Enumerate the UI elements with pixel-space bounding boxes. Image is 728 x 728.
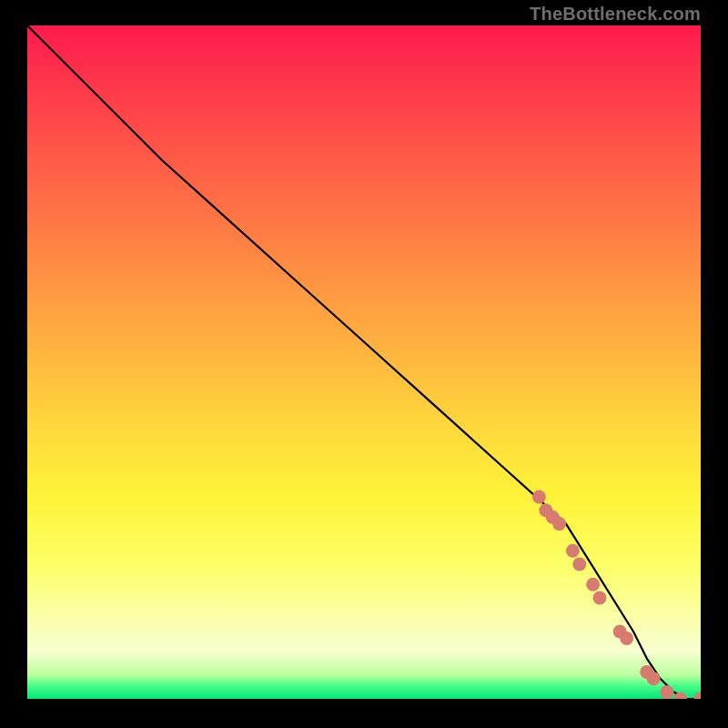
data-marker <box>572 558 586 571</box>
data-marker <box>566 544 580 558</box>
data-marker <box>620 632 633 645</box>
data-marker <box>694 693 702 700</box>
data-marker <box>661 685 674 699</box>
data-marker <box>647 672 661 685</box>
data-marker <box>552 517 566 531</box>
data-marker <box>586 578 600 592</box>
plot-area <box>27 25 701 699</box>
chart-frame: TheBottleneck.com <box>0 0 728 728</box>
marker-group <box>532 490 701 700</box>
chart-overlay <box>27 25 701 699</box>
data-marker <box>532 490 546 504</box>
data-marker <box>593 592 607 605</box>
watermark-text: TheBottleneck.com <box>530 4 701 25</box>
